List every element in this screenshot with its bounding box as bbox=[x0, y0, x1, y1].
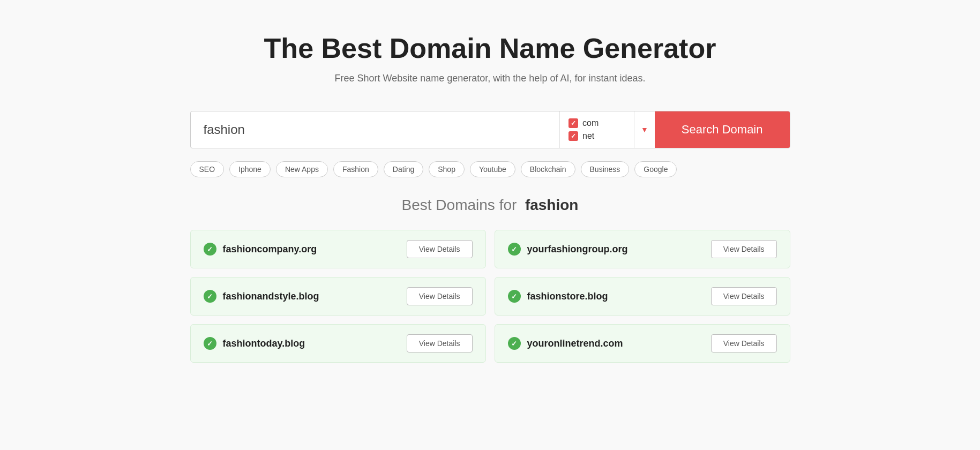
domain-name-5: youronlinetrend.com bbox=[527, 338, 623, 349]
domain-left-5: youronlinetrend.com bbox=[508, 337, 623, 350]
header-section: The Best Domain Name Generator Free Shor… bbox=[190, 32, 790, 84]
results-title: Best Domains for fashion bbox=[190, 197, 790, 214]
domain-card-1: yourfashiongroup.org View Details bbox=[495, 230, 790, 268]
page-wrapper: The Best Domain Name Generator Free Shor… bbox=[169, 0, 812, 384]
view-details-button-2[interactable]: View Details bbox=[407, 287, 473, 305]
available-icon-2 bbox=[204, 290, 216, 303]
tld-com-label: com bbox=[582, 118, 599, 128]
tld-com-checkbox[interactable] bbox=[568, 118, 578, 128]
tld-net-checkbox[interactable] bbox=[568, 131, 578, 141]
view-details-button-3[interactable]: View Details bbox=[711, 287, 777, 305]
domain-name-3: fashionstore.blog bbox=[527, 291, 608, 302]
available-icon-3 bbox=[508, 290, 521, 303]
available-icon-0 bbox=[204, 243, 216, 256]
tags-row: SEO Iphone New Apps Fashion Dating Shop … bbox=[190, 161, 790, 177]
domain-card-0: fashioncompany.org View Details bbox=[190, 230, 486, 268]
available-icon-5 bbox=[508, 337, 521, 350]
domain-name-1: yourfashiongroup.org bbox=[527, 244, 628, 255]
tag-blockchain[interactable]: Blockchain bbox=[521, 161, 575, 177]
domain-name-2: fashionandstyle.blog bbox=[223, 291, 319, 302]
tag-iphone[interactable]: Iphone bbox=[229, 161, 271, 177]
view-details-button-0[interactable]: View Details bbox=[407, 240, 473, 258]
search-input[interactable] bbox=[191, 111, 560, 148]
search-button[interactable]: Search Domain bbox=[655, 111, 790, 148]
page-subtitle: Free Short Website name generator, with … bbox=[190, 73, 790, 84]
tag-dating[interactable]: Dating bbox=[384, 161, 423, 177]
tag-google[interactable]: Google bbox=[634, 161, 677, 177]
domain-left-0: fashioncompany.org bbox=[204, 243, 317, 256]
domain-card-3: fashionstore.blog View Details bbox=[495, 277, 790, 316]
results-grid: fashioncompany.org View Details yourfash… bbox=[190, 230, 790, 363]
domain-left-2: fashionandstyle.blog bbox=[204, 290, 319, 303]
tld-selector: com net bbox=[559, 111, 634, 148]
tag-youtube[interactable]: Youtube bbox=[470, 161, 515, 177]
view-details-button-1[interactable]: View Details bbox=[711, 240, 777, 258]
results-title-prefix: Best Domains for bbox=[402, 197, 517, 213]
search-bar: com net ▼ Search Domain bbox=[190, 111, 790, 148]
domain-left-3: fashionstore.blog bbox=[508, 290, 608, 303]
view-details-button-5[interactable]: View Details bbox=[711, 334, 777, 352]
available-icon-4 bbox=[204, 337, 216, 350]
view-details-button-4[interactable]: View Details bbox=[407, 334, 473, 352]
domain-left-1: yourfashiongroup.org bbox=[508, 243, 628, 256]
domain-name-0: fashioncompany.org bbox=[223, 244, 317, 255]
tld-net-label: net bbox=[582, 131, 594, 141]
tag-fashion[interactable]: Fashion bbox=[333, 161, 378, 177]
tld-com-option[interactable]: com bbox=[568, 118, 625, 128]
tld-net-option[interactable]: net bbox=[568, 131, 625, 141]
domain-card-2: fashionandstyle.blog View Details bbox=[190, 277, 486, 316]
search-section: com net ▼ Search Domain bbox=[190, 111, 790, 148]
dropdown-arrow-icon[interactable]: ▼ bbox=[634, 111, 655, 148]
available-icon-1 bbox=[508, 243, 521, 256]
domain-card-4: fashiontoday.blog View Details bbox=[190, 324, 486, 363]
domain-name-4: fashiontoday.blog bbox=[223, 338, 305, 349]
results-keyword: fashion bbox=[525, 197, 579, 213]
results-section: Best Domains for fashion fashioncompany.… bbox=[190, 197, 790, 363]
tag-business[interactable]: Business bbox=[581, 161, 630, 177]
tag-new-apps[interactable]: New Apps bbox=[276, 161, 328, 177]
domain-left-4: fashiontoday.blog bbox=[204, 337, 305, 350]
tag-seo[interactable]: SEO bbox=[190, 161, 225, 177]
page-title: The Best Domain Name Generator bbox=[190, 32, 790, 64]
tag-shop[interactable]: Shop bbox=[429, 161, 465, 177]
domain-card-5: youronlinetrend.com View Details bbox=[495, 324, 790, 363]
